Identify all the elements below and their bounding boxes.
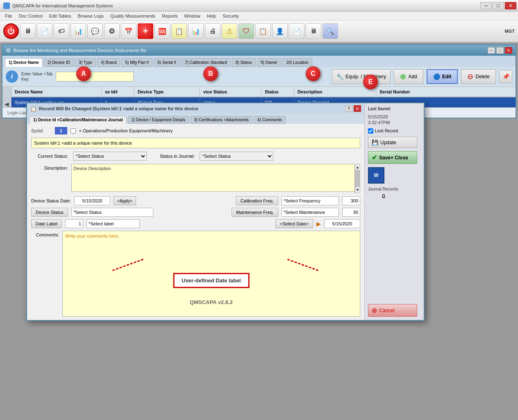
maint-freq-btn[interactable]: Maintenance Freq.: [232, 208, 278, 217]
cal-freq-btn[interactable]: Calibration Freq.: [236, 196, 278, 205]
menu-quality[interactable]: Quality Measurements: [107, 13, 159, 19]
monitor2-btn[interactable]: 🖥: [306, 23, 321, 39]
scroll-track: [355, 170, 360, 186]
apply-btn[interactable]: <Apply>: [114, 196, 136, 205]
browse-minimize-btn[interactable]: ─: [488, 47, 495, 54]
doc2-btn[interactable]: 📄: [289, 23, 304, 39]
doc-btn[interactable]: 📄: [37, 23, 52, 39]
description-textarea[interactable]: Device Description: [71, 164, 360, 192]
chart-btn[interactable]: 📊: [70, 23, 86, 39]
tab-device-name[interactable]: 1) Device Name: [5, 58, 43, 67]
cal-freq-value[interactable]: [342, 196, 360, 205]
menu-window[interactable]: Window: [181, 13, 204, 19]
edit-btn[interactable]: 🔵 Edit: [427, 69, 458, 84]
dialog-tab-2[interactable]: 2) Device / Equipment Details: [128, 116, 189, 124]
dialog-help-btn[interactable]: ?: [345, 105, 352, 112]
bar-chart-btn[interactable]: 📊: [188, 23, 204, 39]
tab-serial[interactable]: 6) Serial #: [154, 58, 180, 67]
cal-freq-select[interactable]: [282, 196, 339, 205]
select-label-input[interactable]: [86, 219, 140, 228]
calendar-btn[interactable]: 📅: [121, 23, 136, 39]
status-date-input[interactable]: [74, 196, 110, 205]
device-status-select[interactable]: [71, 208, 153, 217]
dialog-tab-3[interactable]: 3) Certifications +Attachments: [190, 116, 252, 124]
tab-device-id[interactable]: 2) Device ID: [44, 58, 74, 67]
gear-btn[interactable]: ⚙: [104, 23, 120, 39]
tab-brand[interactable]: 4) Brand: [97, 58, 120, 67]
monitor-btn[interactable]: 🖥: [20, 23, 36, 39]
col-id: se Id#: [102, 87, 134, 97]
browse-window-titlebar: ⚙ Browse the Monitoring and Measurement …: [2, 45, 516, 56]
col-vice-status: vice Status: [200, 87, 261, 97]
select-date-value[interactable]: [324, 219, 360, 228]
pin-btn[interactable]: 📌: [499, 70, 512, 83]
warning-btn[interactable]: ⚠: [222, 23, 237, 39]
date-label-num[interactable]: [65, 219, 83, 228]
maint-freq-select[interactable]: [282, 208, 339, 217]
minimize-btn[interactable]: ─: [480, 2, 492, 9]
journal-status-select[interactable]: *Select Status: [200, 152, 273, 161]
menu-doc-control[interactable]: Doc Control: [16, 13, 46, 19]
maint-freq-value[interactable]: [342, 208, 360, 217]
tab-type[interactable]: 3) Type: [75, 58, 96, 67]
tab-cal-standard[interactable]: 7) Calibration Standard: [181, 58, 231, 67]
journal-section: Journal Records: 0: [368, 187, 399, 200]
menu-edit-tables[interactable]: Edit Tables: [46, 13, 75, 19]
comments-label: Comments:: [31, 232, 59, 237]
menu-help[interactable]: Help: [204, 13, 220, 19]
browse-maximize-btn[interactable]: □: [496, 47, 504, 54]
menu-reports[interactable]: Reports: [159, 13, 181, 19]
add-toolbar-btn[interactable]: +: [138, 23, 153, 39]
chat-btn[interactable]: 💬: [87, 23, 103, 39]
search-input[interactable]: [56, 72, 134, 82]
device-name-input[interactable]: [31, 138, 360, 148]
scroll-up-btn[interactable]: ▲: [355, 164, 360, 170]
cancel-btn[interactable]: ⊗ Cancel: [368, 304, 417, 317]
device-status-btn[interactable]: Device Status: [31, 208, 68, 217]
arrow-icon: ▶: [316, 220, 321, 227]
background: QMSCAPA for International Management Sys…: [0, 0, 518, 420]
status-date-label: Device Status Date:: [31, 198, 71, 203]
update-btn[interactable]: 💾 Update: [368, 137, 417, 148]
dialog-tab-1[interactable]: 1) Device Id +Calibration/Maintenance Jo…: [30, 116, 127, 124]
col-device-name: Device Name: [11, 87, 102, 97]
info-icon: i: [6, 70, 18, 83]
dialog-close-btn[interactable]: ✕: [354, 105, 361, 112]
dialog-tab-4[interactable]: 4) Comments: [254, 116, 286, 124]
clipboard-btn[interactable]: 📋: [171, 23, 187, 39]
shield-btn[interactable]: 🛡: [239, 23, 254, 39]
date-label-btn[interactable]: Date Label: [31, 219, 62, 228]
current-status-select[interactable]: *Select Status: [73, 152, 147, 161]
close-app-btn[interactable]: ✕: [505, 2, 516, 9]
ops-checkbox[interactable]: [70, 128, 76, 134]
tag-btn[interactable]: 🏷: [54, 23, 69, 39]
maximize-btn[interactable]: □: [493, 2, 504, 9]
list-btn[interactable]: 📋: [255, 23, 271, 39]
tab-mfg[interactable]: 5) Mfg Part #: [121, 58, 152, 67]
delete-btn[interactable]: ⊖ Delete: [461, 69, 496, 84]
menu-file[interactable]: File: [2, 13, 16, 19]
browse-close-btn[interactable]: ✕: [505, 47, 512, 54]
tab-location[interactable]: 10) Location: [282, 58, 312, 67]
tab-status[interactable]: 8) Status: [232, 58, 256, 67]
power-btn[interactable]: ⏻: [3, 23, 19, 39]
menu-security[interactable]: Security: [219, 13, 242, 19]
equip-machinery-btn[interactable]: 🔧 Equip. / Machinery: [332, 69, 391, 84]
user-btn[interactable]: 👤: [272, 23, 288, 39]
save-close-btn[interactable]: ✔ Save+ Close: [368, 151, 417, 164]
add-btn[interactable]: ⊕ Add: [394, 69, 423, 84]
lock-checkbox[interactable]: [368, 128, 373, 134]
current-status-label: Current Status:: [31, 154, 68, 159]
tab-owner[interactable]: 9) Owner: [257, 58, 281, 67]
menu-browse-logs[interactable]: Browse Logs: [74, 13, 107, 19]
journal-records-label: Journal Records:: [368, 187, 399, 191]
scroll-down-btn[interactable]: ▼: [355, 186, 360, 193]
left-arrow-btn[interactable]: ◀: [5, 101, 9, 107]
search-btn[interactable]: 🔍: [323, 23, 338, 39]
select-date-btn[interactable]: <Select Date>: [275, 219, 313, 228]
help-btn[interactable]: 🆘: [154, 23, 170, 39]
col-serial: Serial Number: [376, 87, 442, 97]
printer-btn[interactable]: 🖨: [205, 23, 220, 39]
record-dialog-main: 📋 Record Will Be Changed (System Id#:1 <…: [27, 103, 364, 320]
word-icon[interactable]: W: [368, 167, 384, 184]
